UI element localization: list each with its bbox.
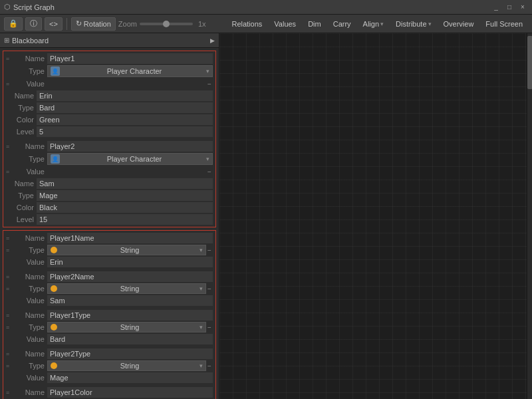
player2-name-value[interactable]: Player2 <box>47 141 213 152</box>
p1type-type-value[interactable]: String <box>47 322 206 332</box>
section-group-1: = Name Player1 Type 👤 Player Character = <box>3 51 216 227</box>
p1type-collapse-btn[interactable]: − <box>207 324 213 331</box>
eq-sign-3: = <box>6 143 14 150</box>
player1-val-name[interactable]: Erin <box>37 90 213 101</box>
p1name-type-value[interactable]: String <box>47 245 206 255</box>
eq-sign-1: = <box>6 55 14 62</box>
p2type-name-row: = Name Player2Type <box>3 348 215 360</box>
rotation-icon: ↻ <box>76 19 82 28</box>
p1name-string-dot <box>51 247 57 253</box>
tab-dim[interactable]: Dim <box>303 17 327 31</box>
p2name-collapse-btn[interactable]: − <box>207 285 213 293</box>
player2-value-section: = Value − Name Sam Type Mage Color <box>3 166 215 225</box>
nav-tabs: Relations Values Dim Carry Align Distrib… <box>226 17 528 31</box>
tab-fullscreen[interactable]: Full Screen <box>480 17 528 31</box>
player2-val-type-row: Type Mage <box>3 190 215 201</box>
player2-val-level-row: Level 15 <box>3 213 215 225</box>
player2-val-color[interactable]: Black <box>37 202 213 213</box>
blackboard-icon: ⊞ <box>4 37 9 44</box>
p1name-name-row: = Name Player1Name <box>3 232 215 244</box>
rotation-label: Rotation <box>84 20 111 28</box>
p2type-string-dot <box>51 362 57 369</box>
p2name-type-text: String <box>120 285 140 293</box>
p1name-name-value[interactable]: Player1Name <box>47 233 213 243</box>
minimize-btn[interactable]: _ <box>491 2 501 13</box>
left-panel: ⊞ Blackboard ▶ = Name Player1 Type 👤 <box>0 33 219 399</box>
zoom-slider-container: Zoom <box>118 20 193 28</box>
title-bar: ⬡ Script Graph _ □ × <box>0 0 532 15</box>
multiply-label: 1x <box>198 20 206 28</box>
player1-type-label: Type <box>14 67 47 75</box>
blackboard-header: ⊞ Blackboard ▶ <box>0 33 219 48</box>
tab-distribute[interactable]: Distribute <box>390 17 436 31</box>
toolbar: 🔒 ⓘ <> ↻ Rotation Zoom 1x Relations Valu… <box>0 15 532 33</box>
player1-name-label: Name <box>14 55 47 63</box>
code-button[interactable]: <> <box>45 17 63 31</box>
p1color-name-value[interactable]: Player1Color <box>47 387 213 398</box>
p2name-type-row: = Type String − <box>3 283 215 295</box>
player1-type-row: Type 👤 Player Character <box>3 65 215 78</box>
p2type-name-value[interactable]: Player2Type <box>47 348 213 359</box>
p1type-type-row: = Type String − <box>3 321 215 333</box>
player1-name-row: = Name Player1 <box>3 53 215 65</box>
p2name-type-value[interactable]: String <box>47 283 206 294</box>
p2type-type-row: = Type String − <box>3 360 215 372</box>
player2-value-header: = Value − <box>3 166 215 178</box>
separator-1 <box>66 18 67 30</box>
player1-collapse-btn[interactable]: − <box>207 80 213 88</box>
p1color-name-row: = Name Player1Color <box>3 386 215 398</box>
p1name-type-row: = Type String − <box>3 244 215 256</box>
rotation-button[interactable]: ↻ Rotation <box>71 17 116 31</box>
player2-collapse-btn[interactable]: − <box>207 168 213 176</box>
p2type-collapse-btn[interactable]: − <box>207 362 213 370</box>
p1name-collapse-btn[interactable]: − <box>207 247 213 254</box>
player1-val-level[interactable]: 5 <box>37 126 213 137</box>
player2-type-row: Type 👤 Player Character <box>3 152 215 166</box>
p2name-name-row: = Name Player2Name <box>3 271 215 283</box>
p2name-value-row: Value Sam <box>3 295 215 307</box>
p1type-string-dot <box>51 324 57 331</box>
player1-type-value[interactable]: 👤 Player Character <box>47 65 213 77</box>
script-graph-icon: ⬡ <box>4 3 11 11</box>
window-controls: _ □ × <box>491 2 528 13</box>
player1-pc-icon: 👤 <box>51 66 60 76</box>
p1type-value[interactable]: Bard <box>47 334 213 344</box>
player2-type-label: Type <box>14 155 47 163</box>
p2type-value[interactable]: Mage <box>47 372 213 383</box>
tab-align[interactable]: Align <box>358 17 389 31</box>
lock-button[interactable]: 🔒 <box>4 17 23 31</box>
maximize-btn[interactable]: □ <box>504 2 515 13</box>
p1name-value[interactable]: Erin <box>47 257 213 267</box>
player2-val-level[interactable]: 15 <box>37 214 213 225</box>
panel-content[interactable]: = Name Player1 Type 👤 Player Character = <box>0 48 219 399</box>
p2name-string-dot <box>51 285 57 292</box>
player2-val-type[interactable]: Mage <box>37 190 213 201</box>
section-group-2: = Name Player1Name = Type String − Value <box>3 230 216 399</box>
p1type-name-value[interactable]: Player1Type <box>47 310 213 321</box>
blackboard-collapse-btn[interactable]: ▶ <box>210 37 215 44</box>
zoom-label: Zoom <box>118 20 137 28</box>
player2-type-value[interactable]: 👤 Player Character <box>47 153 213 165</box>
p2type-type-value[interactable]: String <box>47 360 206 371</box>
close-btn[interactable]: × <box>517 2 528 13</box>
player2-val-name[interactable]: Sam <box>37 178 213 189</box>
player1-val-color-row: Color Green <box>3 114 215 126</box>
info-button[interactable]: ⓘ <box>25 17 42 31</box>
player1-type-text: Player Character <box>107 67 162 75</box>
p1name-type-text: String <box>120 246 140 254</box>
player2-name-label: Name <box>14 142 47 150</box>
tab-carry[interactable]: Carry <box>328 17 356 31</box>
tab-overview[interactable]: Overview <box>438 17 479 31</box>
tab-relations[interactable]: Relations <box>226 17 267 31</box>
tab-values[interactable]: Values <box>269 17 301 31</box>
p2type-type-text: String <box>120 362 140 370</box>
player1-value-header: = Value − <box>3 78 215 90</box>
title-text: Script Graph <box>13 3 55 11</box>
player1-name-value[interactable]: Player1 <box>47 53 213 64</box>
p2name-name-value[interactable]: Player2Name <box>47 271 213 282</box>
player1-val-type[interactable]: Bard <box>37 102 213 113</box>
graph-area[interactable] <box>219 33 532 399</box>
player1-val-color[interactable]: Green <box>37 114 213 125</box>
zoom-slider[interactable] <box>140 23 193 25</box>
p2name-value[interactable]: Sam <box>47 295 213 306</box>
